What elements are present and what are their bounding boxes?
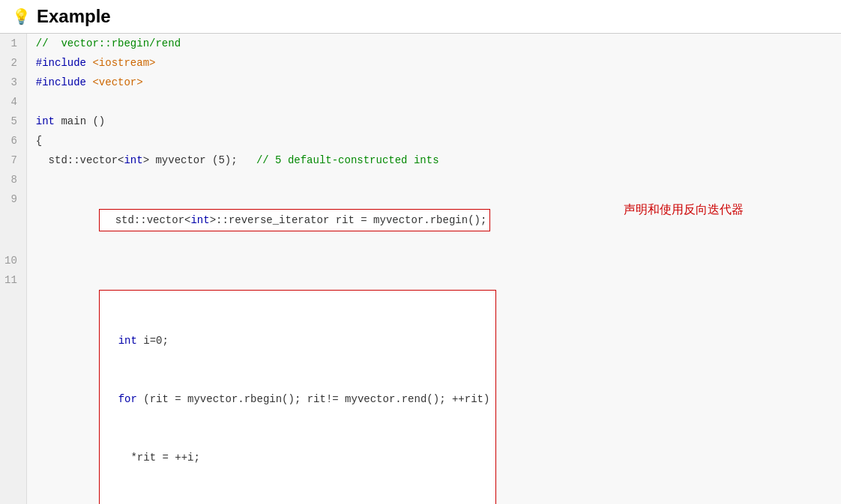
table-row: 4	[0, 92, 841, 112]
header-icon: 💡	[12, 7, 31, 25]
line-code	[26, 251, 841, 270]
table-row: 1 // vector::rbegin/rend	[0, 34, 841, 53]
table-row: 9 std::vector<int>::reverse_iterator rit…	[0, 189, 841, 251]
table-row: 3 #include <vector>	[0, 73, 841, 92]
line-number: 6	[0, 131, 26, 151]
table-row: 7 std::vector<int> myvector (5); // 5 de…	[0, 151, 841, 170]
line-number: 3	[0, 73, 26, 92]
line-code	[26, 170, 841, 189]
line-number: 1	[0, 34, 26, 53]
table-row: 5 int main ()	[0, 112, 841, 131]
line-number: 7	[0, 151, 26, 170]
line-code	[26, 92, 841, 112]
line-number: 8	[0, 170, 26, 189]
code-table: 1 // vector::rbegin/rend 2 #include <ios…	[0, 34, 841, 504]
table-row: 8	[0, 170, 841, 189]
line-number: 4	[0, 92, 26, 112]
table-row: 10	[0, 251, 841, 270]
code-container: 1 // vector::rbegin/rend 2 #include <ios…	[0, 34, 841, 504]
line-code: #include <iostream>	[26, 53, 841, 73]
line-code: {	[26, 131, 841, 151]
header: 💡 Example	[0, 0, 841, 34]
line-number: 2	[0, 53, 26, 73]
annotation-text: 声明和使用反向迭代器	[624, 203, 744, 216]
header-title: Example	[37, 6, 111, 27]
table-row: 2 #include <iostream>	[0, 53, 841, 73]
table-row: 11 int i=0; for (rit = myvector.rbegin()…	[0, 270, 841, 504]
line-number: 10	[0, 251, 26, 270]
line-code: int main ()	[26, 112, 841, 131]
line-number: 5	[0, 112, 26, 131]
line-code: std::vector<int>::reverse_iterator rit =…	[26, 189, 841, 251]
line-number: 11	[0, 270, 26, 504]
line-number: 9	[0, 189, 26, 251]
line-code: // vector::rbegin/rend	[26, 34, 841, 53]
annotation-bubble: 声明和使用反向迭代器	[624, 200, 744, 219]
line-code: int i=0; for (rit = myvector.rbegin(); r…	[26, 270, 841, 504]
table-row: 6 {	[0, 131, 841, 151]
line-code: std::vector<int> myvector (5); // 5 defa…	[26, 151, 841, 170]
line-code: #include <vector>	[26, 73, 841, 92]
